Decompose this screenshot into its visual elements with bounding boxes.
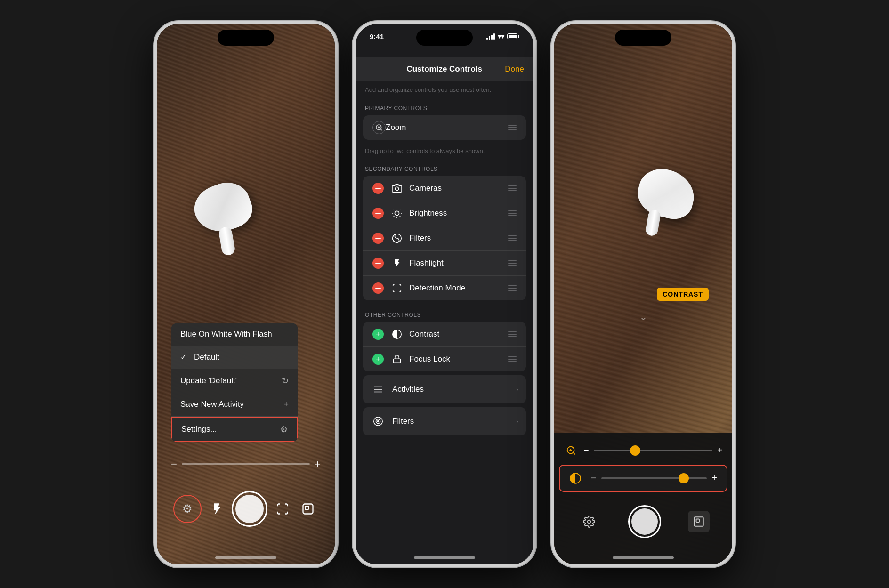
svg-rect-18 bbox=[394, 359, 401, 363]
control-item-filters: Filters bbox=[363, 226, 526, 251]
svg-line-11 bbox=[400, 216, 400, 216]
menu-item-blue-white-flash[interactable]: Blue On White With Flash bbox=[171, 323, 298, 346]
cameras-icon bbox=[390, 182, 404, 195]
phone-2: 9:41 ▾▾ Customize Controls Done Add an bbox=[353, 21, 536, 567]
svg-point-30 bbox=[588, 520, 591, 523]
remove-filters-button[interactable] bbox=[372, 233, 384, 244]
menu-item-label: Update 'Default' bbox=[180, 376, 237, 386]
activities-icon bbox=[371, 382, 386, 397]
camera-toolbar-3 bbox=[554, 505, 732, 538]
section-secondary-label: SECONDARY CONTROLS bbox=[356, 158, 533, 176]
flashlight-icon-2 bbox=[390, 257, 404, 270]
primary-hint: Add and organize controls you use most o… bbox=[356, 81, 533, 97]
add-contrast-button[interactable]: + bbox=[372, 329, 384, 340]
dynamic-island-2 bbox=[416, 30, 473, 46]
section-primary-label: PRIMARY CONTROLS bbox=[356, 97, 533, 115]
gallery-button-3[interactable] bbox=[688, 511, 710, 532]
airpod-image-3 bbox=[638, 170, 713, 236]
menu-item-label: Default bbox=[194, 353, 219, 362]
menu-item-default[interactable]: ✓ Default bbox=[171, 346, 298, 369]
add-focus-lock-button[interactable]: + bbox=[372, 354, 384, 365]
scan-button[interactable] bbox=[272, 499, 293, 519]
zoom-slider-minus: − bbox=[583, 445, 589, 456]
slider-track bbox=[182, 463, 310, 465]
remove-flashlight-button[interactable] bbox=[372, 258, 384, 269]
contrast-icon-2 bbox=[390, 328, 404, 341]
remove-brightness-button[interactable] bbox=[372, 208, 384, 219]
contrast-slider-row[interactable]: − + bbox=[559, 465, 727, 492]
drag-handle-focus-lock[interactable] bbox=[508, 356, 517, 362]
shutter-button-1[interactable] bbox=[232, 491, 267, 527]
signal-bar-4 bbox=[493, 33, 495, 40]
flashlight-button[interactable] bbox=[206, 499, 227, 519]
remove-detection-button[interactable] bbox=[372, 282, 384, 294]
activities-arrow: › bbox=[516, 385, 518, 394]
svg-line-3 bbox=[380, 129, 382, 130]
shutter-inner-3 bbox=[631, 508, 658, 535]
detection-icon bbox=[390, 282, 404, 295]
svg-line-26 bbox=[573, 452, 575, 454]
signal-bar-2 bbox=[489, 36, 490, 40]
gear-icon-3 bbox=[583, 516, 595, 528]
svg-point-7 bbox=[395, 211, 399, 215]
gallery-button[interactable] bbox=[298, 499, 318, 519]
settings-button-1[interactable]: ⚙ bbox=[173, 495, 202, 523]
drag-handle-filters[interactable] bbox=[508, 235, 517, 241]
filters-bottom-item[interactable]: Filters › bbox=[363, 407, 526, 435]
brightness-label: Brightness bbox=[409, 209, 508, 218]
zoom-label: Zoom bbox=[386, 123, 508, 132]
contrast-slider-track[interactable] bbox=[601, 477, 707, 479]
drag-handle-cameras[interactable] bbox=[508, 185, 517, 191]
brightness-icon bbox=[390, 207, 404, 220]
shutter-button-3[interactable] bbox=[628, 505, 661, 538]
other-controls-group: + Contrast + bbox=[363, 322, 526, 371]
camera-bottom-panel-3: − + − + bbox=[554, 433, 732, 564]
shutter-inner-1 bbox=[235, 495, 264, 523]
secondary-controls-group: Cameras bbox=[363, 176, 526, 300]
menu-item-update-default[interactable]: Update 'Default' ↻ bbox=[171, 369, 298, 393]
activities-item[interactable]: Activities › bbox=[363, 375, 526, 403]
slider-plus-icon: + bbox=[315, 458, 321, 470]
menu-item-save-new[interactable]: Save New Activity + bbox=[171, 393, 298, 417]
remove-cameras-button[interactable] bbox=[372, 183, 384, 194]
filters-label: Filters bbox=[409, 234, 508, 243]
control-item-detection: Detection Mode bbox=[363, 276, 526, 300]
home-indicator-2 bbox=[414, 556, 475, 559]
drag-handle-flashlight[interactable] bbox=[508, 260, 517, 266]
gear-icon-btn: ⚙ bbox=[182, 502, 193, 516]
drag-handle-contrast[interactable] bbox=[508, 331, 517, 337]
drag-handle-zoom[interactable] bbox=[508, 125, 517, 130]
zoom-slider-track[interactable] bbox=[594, 450, 713, 451]
drag-handle-detection[interactable] bbox=[508, 285, 517, 291]
home-indicator-3 bbox=[613, 556, 674, 559]
drag-hint: Drag up to two controls to always be sho… bbox=[356, 144, 533, 158]
camera-toolbar-1: ⚙ bbox=[157, 491, 335, 527]
menu-item-label: Blue On White With Flash bbox=[180, 330, 272, 339]
nav-title: Customize Controls bbox=[406, 64, 482, 74]
nav-bar-2: Customize Controls Done bbox=[356, 57, 533, 81]
control-item-focus-lock: + Focus Lock bbox=[363, 347, 526, 371]
zoom-control-icon bbox=[372, 121, 386, 134]
chevron-down-icon: ⌄ bbox=[639, 311, 647, 322]
svg-point-6 bbox=[395, 187, 398, 190]
control-item-brightness: Brightness bbox=[363, 201, 526, 226]
signal-bar-1 bbox=[486, 38, 488, 40]
slider-minus-icon: − bbox=[171, 458, 177, 470]
brightness-slider[interactable]: − + bbox=[171, 458, 321, 470]
activities-label: Activities bbox=[392, 385, 516, 394]
menu-item-settings[interactable]: Settings... ⚙ bbox=[171, 417, 298, 442]
control-item-contrast: + Contrast bbox=[363, 322, 526, 347]
drag-handle-brightness[interactable] bbox=[508, 210, 517, 216]
svg-line-10 bbox=[394, 209, 394, 210]
done-button[interactable]: Done bbox=[505, 64, 524, 74]
wifi-icon: ▾▾ bbox=[498, 32, 504, 40]
filters-bottom-icon bbox=[371, 414, 386, 429]
zoom-slider-plus: + bbox=[717, 445, 723, 456]
home-indicator-1 bbox=[215, 556, 276, 559]
focus-lock-icon bbox=[390, 353, 404, 366]
detection-label: Detection Mode bbox=[409, 283, 508, 293]
contrast-label: Contrast bbox=[409, 330, 508, 339]
svg-point-24 bbox=[378, 420, 379, 422]
settings-button-3[interactable] bbox=[577, 509, 601, 534]
filters-icon bbox=[390, 232, 404, 245]
